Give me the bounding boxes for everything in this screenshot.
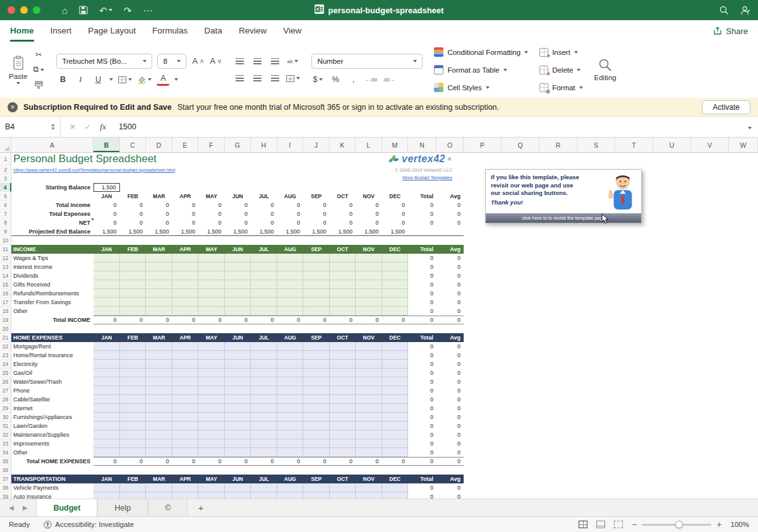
cell[interactable]: DEC <box>382 475 409 483</box>
cell[interactable] <box>277 271 304 280</box>
cell[interactable]: JAN <box>93 475 120 483</box>
bold-button[interactable]: B <box>56 73 69 86</box>
cell[interactable] <box>277 483 304 492</box>
cell[interactable]: 0 <box>93 210 120 218</box>
cell[interactable]: Total Income <box>11 201 93 210</box>
cell[interactable]: 0 <box>408 413 436 422</box>
row-header-3[interactable]: 3 <box>0 174 11 183</box>
cell[interactable]: 0 <box>436 280 464 289</box>
cell[interactable] <box>198 377 225 386</box>
cell[interactable] <box>303 307 330 316</box>
next-sheet-icon[interactable]: ▶ <box>23 504 28 511</box>
cell[interactable] <box>198 422 225 430</box>
cell[interactable]: Other <box>11 307 93 316</box>
cell[interactable] <box>225 369 251 377</box>
cell[interactable] <box>198 386 225 395</box>
cell[interactable] <box>146 298 172 307</box>
cell[interactable] <box>382 430 409 439</box>
cell[interactable] <box>382 395 409 404</box>
sheet-tab-budget[interactable]: Budget <box>36 499 97 516</box>
format-painter-button[interactable] <box>32 79 45 92</box>
cell[interactable] <box>120 439 147 448</box>
cell[interactable]: 0 <box>436 289 464 298</box>
cell[interactable]: 0 <box>356 218 382 227</box>
cell[interactable] <box>225 307 251 316</box>
cell[interactable]: Total Expenses <box>11 210 93 218</box>
borders-button[interactable] <box>118 73 132 86</box>
zoom-window-button[interactable] <box>33 6 40 14</box>
cell[interactable] <box>146 439 172 448</box>
cell[interactable]: 0 <box>436 448 464 457</box>
cell[interactable]: MAY <box>198 333 225 342</box>
cell[interactable]: AUG <box>277 192 304 201</box>
cell[interactable]: 0 <box>225 218 251 227</box>
editing-group[interactable]: Editing <box>594 58 617 81</box>
row-header-26[interactable]: 26 <box>0 377 11 386</box>
cell[interactable]: 0 <box>356 210 382 218</box>
search-icon[interactable] <box>719 6 729 15</box>
cell[interactable]: Wages & Tips <box>11 254 93 263</box>
cell[interactable] <box>225 483 251 492</box>
cell[interactable]: JAN <box>93 245 120 254</box>
cell[interactable] <box>198 298 225 307</box>
cell[interactable]: AUG <box>277 245 304 254</box>
row-header-34[interactable]: 34 <box>0 448 11 457</box>
cell[interactable] <box>198 439 225 448</box>
align-top-icon[interactable] <box>233 55 246 68</box>
cell[interactable]: 0 <box>356 316 382 324</box>
cell[interactable]: JUN <box>225 192 251 201</box>
cell[interactable]: DEC <box>382 333 409 342</box>
close-window-button[interactable] <box>8 6 15 14</box>
cell[interactable]: 0 <box>198 457 225 466</box>
cell[interactable]: 0 <box>436 395 464 404</box>
increase-decimal-button[interactable]: ←.00 <box>364 73 377 86</box>
cell[interactable]: FEB <box>120 192 147 201</box>
row-header-36[interactable]: 36 <box>0 466 11 475</box>
cell[interactable] <box>93 377 120 386</box>
cell[interactable]: APR <box>172 192 199 201</box>
cell[interactable] <box>277 386 304 395</box>
cell[interactable]: 0 <box>408 395 436 404</box>
cell[interactable] <box>146 448 172 457</box>
cell[interactable]: DEC <box>382 192 409 201</box>
row-header-8[interactable]: 8 <box>0 218 11 227</box>
cell[interactable]: JAN <box>93 333 120 342</box>
cell[interactable] <box>120 342 147 351</box>
cell[interactable]: MAR <box>146 192 172 201</box>
font-name-select[interactable]: Trebuchet MS (Bo... <box>56 54 152 69</box>
cell[interactable] <box>330 492 356 499</box>
cell[interactable]: Interest Income <box>11 263 93 271</box>
cell[interactable]: 0 <box>225 210 251 218</box>
cut-button[interactable]: ✂ <box>32 49 45 61</box>
row-header-33[interactable]: 33 <box>0 439 11 448</box>
cell[interactable] <box>277 342 304 351</box>
format-cells-button[interactable]: ⚙Format <box>539 81 582 94</box>
cell[interactable]: FEB <box>120 475 147 483</box>
delete-cells-button[interactable]: ×Delete <box>539 63 582 76</box>
row-header-14[interactable]: 14 <box>0 271 11 280</box>
cell[interactable] <box>225 430 251 439</box>
cell[interactable] <box>146 492 172 499</box>
cell[interactable]: 1,500 <box>330 227 356 236</box>
column-header-J[interactable]: J <box>303 138 330 152</box>
cell[interactable] <box>120 386 147 395</box>
cell[interactable] <box>146 430 172 439</box>
cell[interactable]: 1,500 <box>146 227 172 236</box>
cell[interactable] <box>277 422 304 430</box>
cell[interactable]: 0 <box>436 360 464 369</box>
cell[interactable] <box>225 422 251 430</box>
cell[interactable] <box>93 492 120 499</box>
cell[interactable]: SEP <box>303 475 330 483</box>
cell[interactable] <box>382 413 409 422</box>
row-header-29[interactable]: 29 <box>0 404 11 413</box>
cell[interactable] <box>146 483 172 492</box>
cell[interactable]: JUN <box>225 475 251 483</box>
cell[interactable]: 0 <box>225 316 251 324</box>
cell[interactable]: Transfer From Savings <box>11 298 93 307</box>
font-color-button[interactable]: A <box>157 73 169 86</box>
cell[interactable] <box>382 254 409 263</box>
cell[interactable] <box>330 298 356 307</box>
cell[interactable] <box>146 271 172 280</box>
cell[interactable]: 0 <box>436 218 464 227</box>
name-box[interactable]: B4 <box>0 117 61 137</box>
